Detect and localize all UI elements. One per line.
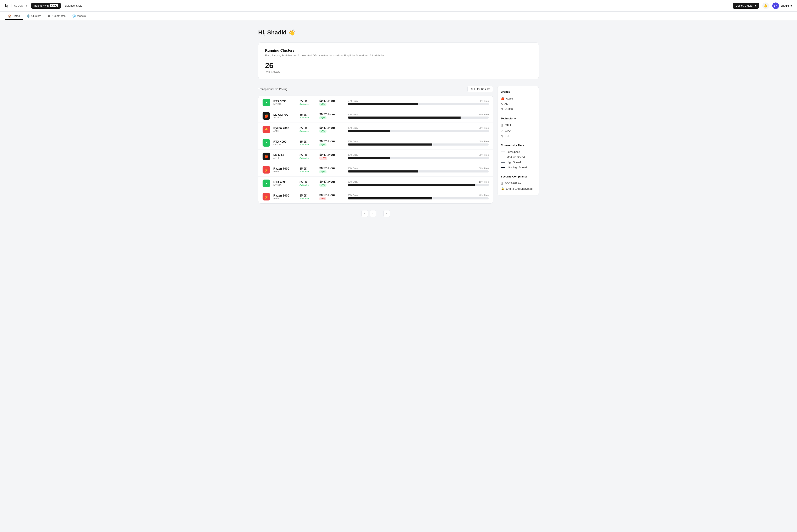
gpu-capacity: 35.5K: [300, 167, 316, 170]
pricing-section: Transparent Live Pricing ⚙ Filter Result…: [258, 86, 539, 217]
gpu-icon: ⚡: [262, 166, 270, 173]
user-menu[interactable]: SH Shadid ▾: [772, 2, 792, 9]
logo-iq: iq.: [5, 4, 8, 8]
security-section: Security Compliance ◎ SOC2/HIPAA 🔒 End-t…: [501, 175, 535, 191]
security-label-soc2: SOC2/HIPAA: [505, 182, 521, 185]
gpu-price-col: $0.57 /Hour +3%: [320, 139, 344, 146]
table-row[interactable]: 🍎 M2 ULTRA APPLE 35.5K Available $0.57 /…: [258, 109, 493, 123]
connectivity-section: Connectivity Tiers Low Speed Medium Spee…: [501, 144, 535, 170]
gpu-availability: Available: [300, 103, 316, 105]
gpu-free-label: 10% Free: [479, 180, 489, 183]
gpu-busy-label: 30% Busy: [348, 127, 358, 129]
table-row[interactable]: ▪ RTX 4090 NVIDIA 35.5K Available $0.57 …: [258, 136, 493, 150]
brand-icon-apple: 🍎: [501, 97, 504, 100]
gpu-bar-labels: 80% Busy 20% Free: [348, 113, 489, 116]
tier-filter-low[interactable]: Low Speed: [501, 149, 535, 154]
gpu-bar-fill: [348, 170, 418, 172]
pagination-next[interactable]: ›: [370, 210, 376, 217]
tier-label-high: High Speed: [507, 161, 521, 164]
gpu-price-col: $0.57 /Hour +3%: [320, 180, 344, 187]
pricing-main: Transparent Live Pricing ⚙ Filter Result…: [258, 86, 493, 217]
gpu-brand: NVIDIA: [273, 143, 296, 146]
pagination-prev[interactable]: ‹: [361, 210, 368, 217]
gpu-busy-label: 60% Busy: [348, 140, 358, 142]
gpu-free-label: 70% Free: [479, 154, 489, 156]
gpu-price-change: -9%: [320, 197, 326, 200]
logo-chevron-icon[interactable]: ▾: [26, 4, 27, 7]
gpu-bar-labels: 60% Busy 40% Free: [348, 140, 489, 142]
gpu-busy-label: 50% Busy: [348, 100, 358, 102]
nav-item-home[interactable]: 🏠Home: [5, 13, 23, 20]
clusters-count: 26: [265, 62, 532, 70]
gpu-brand: APPLE: [273, 157, 296, 159]
logo-cloud: CLOUD: [14, 4, 23, 7]
nav-item-clusters[interactable]: ⚙️Clusters: [24, 13, 44, 20]
clusters-count-label: Total Clusters: [265, 70, 532, 73]
greeting-text: Hi, Shadid 👋: [258, 29, 539, 36]
gpu-capacity: 35.5K: [300, 140, 316, 143]
tech-filter-cpu[interactable]: ◎ CPU: [501, 128, 535, 133]
deploy-cluster-button[interactable]: Deploy Cluster ▾: [733, 3, 759, 9]
nav-item-kubernetes[interactable]: ☸Kubernetes: [45, 13, 69, 20]
table-row[interactable]: ⚡ Ryzen 7000 AMD 35.5K Available $0.57 /…: [258, 123, 493, 136]
tech-label-gpu: GPU: [505, 124, 511, 127]
table-row[interactable]: 🍎 M2 MAX APPLE 35.5K Available $0.57 /Ho…: [258, 150, 493, 163]
gpu-price-col: $0.57 /Hour -9%: [320, 193, 344, 200]
table-row[interactable]: ▪ RTX 3090 NVIDIA 35.5K Available $0.57 …: [258, 96, 493, 109]
brand-filter-amd[interactable]: A AMD: [501, 101, 535, 107]
security-filter-soc2[interactable]: ◎ SOC2/HIPAA: [501, 180, 535, 186]
gpu-capacity: 35.5K: [300, 113, 316, 116]
gpu-capacity: 35.5K: [300, 180, 316, 184]
user-name: Shadid: [781, 4, 789, 7]
table-row[interactable]: ⚡ Ryzen 7000 AMD 35.5K Available $0.57 /…: [258, 163, 493, 177]
deploy-chevron-icon: ▾: [755, 4, 756, 7]
pricing-title: Transparent Live Pricing: [258, 88, 287, 91]
gpu-free-label: 40% Free: [479, 194, 489, 196]
brand-filter-apple[interactable]: 🍎 Apple: [501, 96, 535, 101]
tech-icon-tpu: ◎: [501, 134, 503, 138]
gpu-price: $0.57 /Hour: [320, 193, 344, 197]
gpu-capacity-col: 35.5K Available: [300, 180, 316, 186]
gpu-bar-track: [348, 197, 489, 200]
tech-label-tpu: TPU: [505, 135, 510, 138]
gpu-availability: Available: [300, 157, 316, 159]
filter-results-button[interactable]: ⚙ Filter Results: [467, 86, 493, 92]
gpu-bar-fill: [348, 130, 390, 132]
gpu-name: Ryzen 7000: [273, 127, 296, 130]
nav-item-models[interactable]: 🧊Models: [69, 13, 89, 20]
tier-filter-medium[interactable]: Medium Speed: [501, 154, 535, 160]
gpu-capacity-col: 35.5K Available: [300, 194, 316, 200]
security-label-e2e: End-to-End Encrypted: [506, 187, 532, 190]
tech-filter-gpu[interactable]: ◎ GPU: [501, 122, 535, 128]
table-row[interactable]: ▪ RTX 4090 NVIDIA 35.5K Available $0.57 …: [258, 177, 493, 190]
gpu-price: $0.57 /Hour: [320, 99, 344, 102]
security-filter-e2e[interactable]: 🔒 End-to-End Encrypted: [501, 186, 535, 191]
user-chevron-icon: ▾: [791, 4, 792, 7]
gpu-icon: ▪: [262, 139, 270, 147]
gpu-bar-fill: [348, 103, 418, 105]
reload-with-pay-button[interactable]: Reload With ⌘Pay: [31, 3, 61, 9]
gpu-name-col: Ryzen 7000 AMD: [273, 127, 296, 132]
brand-filter-nvidia[interactable]: N NVIDIA: [501, 107, 535, 112]
gpu-availability: Available: [300, 116, 316, 119]
pagination-last[interactable]: »: [383, 210, 390, 217]
gpu-availability: Available: [300, 197, 316, 200]
tier-filter-high[interactable]: High Speed: [501, 160, 535, 165]
gpu-price-col: $0.57 /Hour +5%: [320, 113, 344, 119]
gpu-brand: NVIDIA: [273, 103, 296, 105]
header-right: Deploy Cluster ▾ 🔔 SH Shadid ▾: [733, 2, 792, 9]
tech-filter-tpu[interactable]: ◎ TPU: [501, 133, 535, 139]
tier-label-low: Low Speed: [507, 150, 520, 153]
table-row[interactable]: ⚡ Ryzen 8000 AMD 35.5K Available $0.57 /…: [258, 190, 493, 203]
gpu-name-col: RTX 4090 NVIDIA: [273, 140, 296, 146]
gpu-name: Ryzen 7000: [273, 167, 296, 170]
gpu-bar-fill: [348, 157, 390, 159]
gpu-name: RTX 3090: [273, 99, 296, 103]
gpu-free-label: 50% Free: [479, 100, 489, 102]
tier-filter-ultra[interactable]: Ultra high Speed: [501, 165, 535, 170]
gpu-capacity: 35.5K: [300, 153, 316, 157]
gpu-capacity-col: 35.5K Available: [300, 113, 316, 119]
gpu-icon: ⚡: [262, 126, 270, 133]
gpu-bar-col: 50% Busy 50% Free: [348, 100, 489, 105]
notification-icon[interactable]: 🔔: [762, 2, 769, 9]
